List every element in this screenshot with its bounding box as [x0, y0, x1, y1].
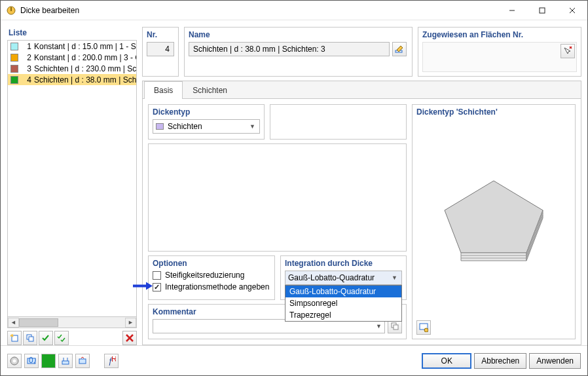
tab-basis[interactable]: Basis	[144, 81, 183, 99]
integration-option[interactable]: Gauß-Lobatto-Quadratur	[285, 286, 401, 297]
svg-rect-15	[394, 325, 398, 329]
integration-dropdown[interactable]: Gauß-Lobatto-Quadratur Simpsonregel Trap…	[285, 285, 402, 322]
svg-point-25	[10, 357, 18, 365]
check-multi-button[interactable]	[54, 331, 69, 345]
tool-button-b[interactable]	[75, 354, 90, 368]
tool-button-a[interactable]	[58, 354, 73, 368]
integration-option[interactable]: Trapezregel	[285, 309, 401, 321]
svg-rect-27	[28, 358, 35, 364]
name-input[interactable]	[189, 42, 390, 56]
optionen-label: Optionen	[153, 259, 270, 268]
delete-item-button[interactable]	[122, 331, 137, 345]
svg-rect-6	[12, 335, 18, 341]
integration-combo[interactable]: Gauß-Lobatto-Quadratur ▼ Gauß-Lobatto-Qu…	[285, 271, 402, 285]
svg-point-26	[13, 359, 16, 362]
list-item[interactable]: 1Konstant | d : 15.0 mm | 1 - S235	[8, 41, 136, 52]
copy-item-button[interactable]	[23, 331, 37, 345]
svg-text:ƒ: ƒ	[108, 356, 113, 366]
integration-label: Integration durch Dicke	[285, 259, 402, 268]
scroll-thumb[interactable]	[19, 318, 58, 327]
preview-label: Dickentyp 'Schichten'	[416, 107, 571, 117]
edit-name-button[interactable]	[392, 42, 407, 56]
help-button[interactable]	[7, 354, 22, 368]
window-title: Dicke bearbeiten	[20, 6, 79, 15]
dickentyp-label: Dickentyp	[153, 107, 260, 117]
svg-line-10	[126, 335, 133, 341]
check-single-button[interactable]	[39, 331, 53, 345]
svg-point-24	[424, 328, 428, 332]
annotation-arrow-icon	[133, 281, 153, 293]
integrationsmethode-checkbox[interactable]: Integrationsmethode angeben	[153, 282, 270, 291]
function-button[interactable]: ƒR	[104, 354, 119, 368]
preview-settings-button[interactable]	[416, 320, 431, 335]
svg-text:0,00: 0,00	[29, 356, 36, 365]
cancel-button[interactable]: Abbrechen	[474, 353, 526, 369]
assigned-field[interactable]	[422, 42, 577, 72]
thickness-preview	[416, 119, 571, 333]
chevron-down-icon: ▼	[376, 323, 382, 329]
assigned-label: Zugewiesen an Flächen Nr.	[418, 28, 581, 42]
list-item[interactable]: 4Schichten | d : 38.0 mm | Schicht	[8, 74, 136, 85]
color-button[interactable]	[41, 354, 56, 368]
layer-color-swatch	[156, 123, 164, 130]
ok-button[interactable]: OK	[422, 353, 471, 369]
svg-rect-1	[10, 7, 12, 11]
list-item[interactable]: 3Schichten | d : 230.0 mm | Schich	[8, 63, 136, 74]
horizontal-scrollbar[interactable]: ◄ ►	[7, 317, 137, 328]
chevron-down-icon: ▼	[390, 274, 399, 281]
nr-label: Nr.	[143, 28, 178, 42]
maximize-button[interactable]	[527, 1, 557, 20]
svg-rect-7	[27, 335, 31, 339]
units-button[interactable]: 0,00	[24, 354, 39, 368]
integration-option[interactable]: Simpsonregel	[285, 297, 401, 309]
liste-label: Liste	[7, 27, 137, 40]
minimize-button[interactable]	[497, 1, 527, 20]
liste-listbox[interactable]: 1Konstant | d : 15.0 mm | 1 - S235 2Kons…	[7, 40, 137, 317]
svg-text:R: R	[111, 356, 116, 364]
svg-marker-16	[445, 181, 543, 253]
close-button[interactable]	[557, 1, 587, 20]
tab-schichten[interactable]: Schichten	[183, 81, 237, 99]
svg-rect-29	[62, 361, 69, 364]
new-item-button[interactable]	[7, 331, 22, 345]
name-label: Name	[185, 28, 412, 42]
steifigkeit-checkbox[interactable]: Steifigkeitsreduzierung	[153, 271, 270, 280]
svg-rect-3	[540, 8, 545, 13]
app-icon	[6, 5, 16, 16]
list-item[interactable]: 2Konstant | d : 200.0 mm | 3 - C30	[8, 52, 136, 63]
apply-button[interactable]: Anwenden	[529, 353, 581, 369]
dickentyp-combo[interactable]: Schichten ▼	[153, 119, 260, 134]
svg-rect-8	[29, 337, 33, 341]
svg-line-9	[126, 335, 133, 341]
scroll-right-button[interactable]: ►	[125, 318, 136, 328]
empty-preview-area	[148, 143, 407, 252]
scroll-left-button[interactable]: ◄	[8, 318, 19, 328]
title-bar: Dicke bearbeiten	[1, 1, 587, 20]
liste-toolbar	[7, 328, 137, 345]
nr-input[interactable]	[147, 42, 174, 56]
tab-bar: Basis Schichten	[143, 81, 581, 99]
chevron-down-icon: ▼	[248, 123, 257, 130]
pick-surface-button[interactable]	[560, 44, 575, 58]
svg-rect-32	[79, 359, 86, 364]
svg-marker-17	[461, 253, 526, 261]
